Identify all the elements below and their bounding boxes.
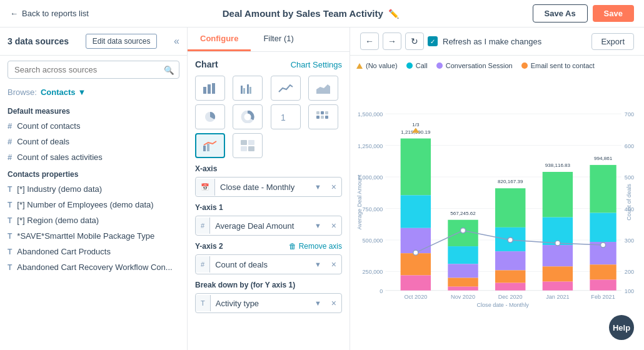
prop-label: Abandoned Cart Recovery Workflow Con... <box>17 262 172 272</box>
chart-type-bar[interactable] <box>195 76 225 101</box>
measure-label: Count of sales activities <box>17 152 103 162</box>
chart-type-number[interactable]: 1 <box>271 104 301 129</box>
mid-panel: Configure Filter (1) Chart Chart Setting… <box>188 28 350 350</box>
export-button[interactable]: Export <box>591 33 634 50</box>
svg-text:200: 200 <box>625 269 634 275</box>
type-prefix: T <box>8 185 12 194</box>
measure-count-activities[interactable]: # Count of sales activities <box>0 149 187 165</box>
clear-xaxis-icon[interactable]: × <box>326 178 341 196</box>
area-chart-icon <box>316 82 331 94</box>
tab-filter[interactable]: Filter (1) <box>251 28 306 51</box>
chart-area: (No value) Call Conversation Session Ema… <box>350 56 644 350</box>
yaxis2-dropdown[interactable]: # Count of deals ▼ × <box>195 254 342 274</box>
browse-row: Browse: Contacts ▼ <box>0 84 187 102</box>
chart-settings-link[interactable]: Chart Settings <box>291 60 342 69</box>
save-as-button[interactable]: Save As <box>533 4 588 22</box>
chart-type-area[interactable] <box>308 76 338 101</box>
svg-text:300: 300 <box>625 238 634 244</box>
svg-text:994,861: 994,861 <box>594 156 613 161</box>
prop-region[interactable]: T [*] Region (demo data) <box>0 212 187 228</box>
svg-rect-11 <box>316 111 319 114</box>
bar-nov-seg5 <box>448 287 478 291</box>
prop-industry[interactable]: T [*] Industry (demo data) <box>0 181 187 197</box>
pivot-chart-icon <box>240 139 255 152</box>
legend-dot-email <box>521 62 528 69</box>
svg-text:Feb 2021: Feb 2021 <box>591 294 615 300</box>
chart-type-combo[interactable] <box>195 133 225 158</box>
browse-value: Contacts <box>41 88 76 97</box>
xaxis-dropdown[interactable]: 📅 Close date - Monthly ▼ × <box>195 177 342 197</box>
back-link-label: Back to reports list <box>22 9 89 18</box>
hash-icon: # <box>196 256 210 272</box>
svg-text:Nov 2020: Nov 2020 <box>451 294 475 300</box>
chart-type-heatmap[interactable] <box>308 104 338 129</box>
collapse-panel-icon[interactable]: « <box>174 36 179 47</box>
bar-nov-seg2 <box>448 246 478 264</box>
clear-breakdown-icon[interactable]: × <box>326 294 341 312</box>
refresh-button[interactable]: ↻ <box>405 32 424 50</box>
legend-conversation: Conversation Session <box>436 62 513 69</box>
chart-type-pie[interactable] <box>195 104 225 129</box>
chart-type-grouped-bar[interactable] <box>233 76 263 101</box>
back-to-reports-link[interactable]: ← Back to reports list <box>10 9 89 18</box>
svg-rect-2 <box>212 83 215 94</box>
chart-type-pivot[interactable] <box>233 133 263 158</box>
prop-label: *SAVE*Smarttel Mobile Package Type <box>17 231 154 241</box>
prop-label: [*] Region (demo data) <box>17 216 99 225</box>
point-nov <box>461 228 466 233</box>
prop-save-smarttel[interactable]: T *SAVE*Smarttel Mobile Package Type <box>0 228 187 244</box>
trash-icon: 🗑 <box>289 242 296 251</box>
svg-rect-16 <box>325 116 328 119</box>
svg-text:100: 100 <box>625 288 634 294</box>
edit-sources-button[interactable]: Edit data sources <box>86 34 158 49</box>
chart-type-grid: 1 <box>195 76 342 158</box>
measure-count-deals[interactable]: # Count of deals <box>0 134 187 149</box>
search-icon-button[interactable]: 🔍 <box>164 65 174 74</box>
refresh-toggle: ✓ Refresh as I make changes <box>428 36 541 46</box>
tab-configure[interactable]: Configure <box>188 28 251 51</box>
svg-rect-19 <box>241 140 247 145</box>
type-prefix: T <box>8 263 12 272</box>
chart-type-line[interactable] <box>271 76 301 101</box>
help-button[interactable]: Help <box>609 315 634 340</box>
breakdown-dropdown[interactable]: T Activity type ▼ × <box>195 293 342 313</box>
measure-count-contacts[interactable]: # Count of contacts <box>0 118 187 134</box>
svg-rect-20 <box>248 140 254 145</box>
edit-title-icon[interactable]: ✏️ <box>388 9 399 19</box>
svg-text:1,250,000: 1,250,000 <box>358 143 383 149</box>
prop-abandoned-cart[interactable]: T Abandoned Cart Products <box>0 244 187 259</box>
yaxis2-value: Count of deals <box>210 256 309 274</box>
clear-yaxis2-icon[interactable]: × <box>326 255 341 274</box>
svg-rect-14 <box>316 116 319 119</box>
undo-button[interactable]: ← <box>360 32 379 50</box>
xaxis-value: Close date - Monthly <box>215 178 309 196</box>
chart-type-donut[interactable] <box>233 104 263 129</box>
browse-dropdown[interactable]: Contacts ▼ <box>41 88 86 97</box>
svg-text:600: 600 <box>625 143 634 149</box>
prop-abandoned-cart-recovery[interactable]: T Abandoned Cart Recovery Workflow Con..… <box>0 259 187 275</box>
breakdown-label: Break down by (for Y axis 1) <box>195 281 342 289</box>
refresh-label: Refresh as I make changes <box>443 37 541 46</box>
bar-dec-seg3 <box>495 251 525 270</box>
header-right: Save As Save <box>533 4 634 22</box>
search-input[interactable] <box>8 61 179 79</box>
svg-text:500,000: 500,000 <box>363 238 383 244</box>
header-left: ← Back to reports list <box>10 9 89 18</box>
bar-feb-seg2 <box>590 213 616 242</box>
clear-yaxis1-icon[interactable]: × <box>326 216 341 235</box>
prop-employees[interactable]: T [*] Number of Employees (demo data) <box>0 197 187 212</box>
remove-axis-button[interactable]: 🗑 Remove axis <box>289 242 342 251</box>
bar-oct-seg3 <box>401 228 431 253</box>
tab-bar: Configure Filter (1) <box>188 28 350 52</box>
save-button[interactable]: Save <box>593 5 634 22</box>
chevron-down-icon: ▼ <box>309 295 326 311</box>
svg-text:700: 700 <box>625 111 634 118</box>
legend-no-value-label: (No value) <box>366 62 398 69</box>
redo-button[interactable]: → <box>383 32 401 50</box>
yaxis1-dropdown[interactable]: # Average Deal Amount ▼ × <box>195 216 342 236</box>
refresh-checkbox[interactable]: ✓ <box>428 36 438 46</box>
calendar-icon: 📅 <box>196 179 215 196</box>
bar-chart-icon <box>203 82 218 94</box>
prop-label: [*] Number of Employees (demo data) <box>17 200 153 209</box>
legend-triangle-icon <box>356 63 363 69</box>
